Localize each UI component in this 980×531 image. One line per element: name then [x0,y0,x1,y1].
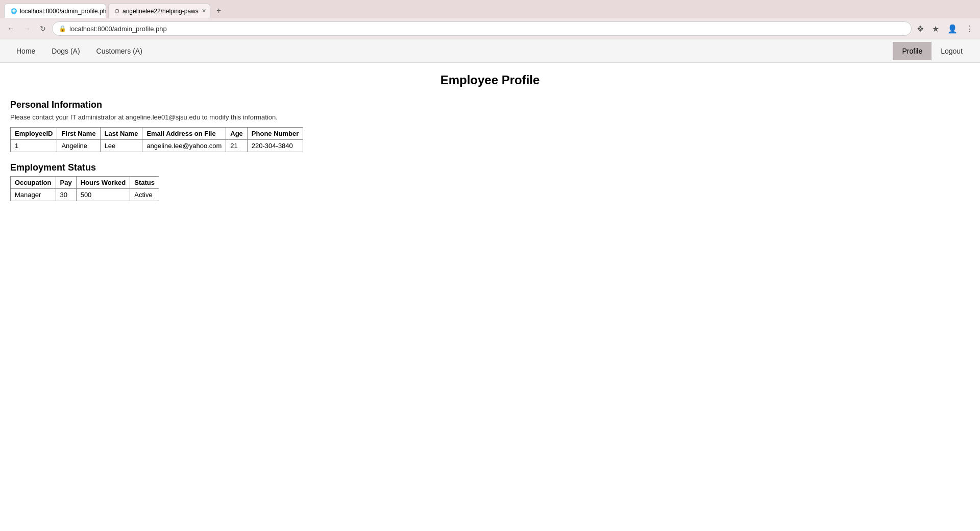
col-status: Status [130,177,159,189]
tab-2[interactable]: ⬡ angelinelee22/helping-paws ✕ [108,4,210,18]
col-last-name: Last Name [100,128,142,140]
forward-button[interactable]: → [20,22,34,35]
tab-2-close[interactable]: ✕ [202,8,206,14]
lock-icon: 🔒 [59,25,66,32]
tab-1-label: localhost:8000/admin_profile.ph... [20,8,106,15]
reload-button[interactable]: ↻ [37,22,49,35]
cell-pay: 30 [56,189,76,201]
cell-status: Active [130,189,159,201]
nav-home[interactable]: Home [8,41,43,61]
extensions-button[interactable]: ❖ [915,22,926,36]
tab-bar: 🌐 localhost:8000/admin_profile.ph... ✕ ⬡… [0,0,980,18]
tab-2-favicon: ⬡ [115,8,119,15]
personal-info-section: Personal Information Please contact your… [10,100,970,152]
profile-button[interactable]: 👤 [945,22,960,36]
col-email: Email Address on File [142,128,226,140]
employment-status-section: Employment Status Occupation Pay Hours W… [10,162,970,201]
cell-first-name: Angeline [57,140,100,152]
col-pay: Pay [56,177,76,189]
nav-customers[interactable]: Customers (A) [88,41,151,61]
nav-logout-button[interactable]: Logout [932,42,972,60]
cell-hours-worked: 500 [76,189,130,201]
nav-right: Profile Logout [893,42,972,60]
cell-occupation: Manager [11,189,56,201]
browser-chrome: 🌐 localhost:8000/admin_profile.ph... ✕ ⬡… [0,0,980,39]
nav-bar: Home Dogs (A) Customers (A) Profile Logo… [0,39,980,63]
tab-2-label: angelinelee22/helping-paws [122,8,199,15]
personal-info-header-row: EmployeeID First Name Last Name Email Ad… [11,128,303,140]
nav-profile-button[interactable]: Profile [893,42,932,60]
back-button[interactable]: ← [4,22,17,35]
cell-email: angeline.lee@yahoo.com [142,140,226,152]
toolbar-icons: ❖ ★ 👤 ⋮ [915,22,976,36]
personal-info-description: Please contact your IT administrator at … [10,113,970,121]
employment-row: Manager 30 500 Active [11,189,159,201]
personal-info-table: EmployeeID First Name Last Name Email Ad… [10,127,303,152]
employment-header-row: Occupation Pay Hours Worked Status [11,177,159,189]
favorites-button[interactable]: ★ [930,22,941,36]
tab-1[interactable]: 🌐 localhost:8000/admin_profile.ph... ✕ [4,4,106,18]
page-title: Employee Profile [10,73,970,87]
tab-1-favicon: 🌐 [11,8,17,15]
col-employee-id: EmployeeID [11,128,57,140]
main-content: Employee Profile Personal Information Pl… [0,63,980,211]
cell-age: 21 [226,140,248,152]
new-tab-button[interactable]: + [212,5,225,16]
employment-status-title: Employment Status [10,162,970,173]
personal-info-title: Personal Information [10,100,970,110]
address-text: localhost:8000/admin_profile.php [69,25,905,33]
col-age: Age [226,128,248,140]
menu-button[interactable]: ⋮ [964,22,976,36]
address-bar[interactable]: 🔒 localhost:8000/admin_profile.php [52,21,912,36]
nav-dogs[interactable]: Dogs (A) [43,41,88,61]
col-first-name: First Name [57,128,100,140]
employment-status-table: Occupation Pay Hours Worked Status Manag… [10,176,159,201]
nav-links: Home Dogs (A) Customers (A) [8,41,893,61]
col-phone: Phone Number [247,128,303,140]
col-occupation: Occupation [11,177,56,189]
personal-info-row: 1 Angeline Lee angeline.lee@yahoo.com 21… [11,140,303,152]
cell-employee-id: 1 [11,140,57,152]
address-bar-row: ← → ↻ 🔒 localhost:8000/admin_profile.php… [0,18,980,39]
cell-last-name: Lee [100,140,142,152]
col-hours-worked: Hours Worked [76,177,130,189]
cell-phone: 220-304-3840 [247,140,303,152]
